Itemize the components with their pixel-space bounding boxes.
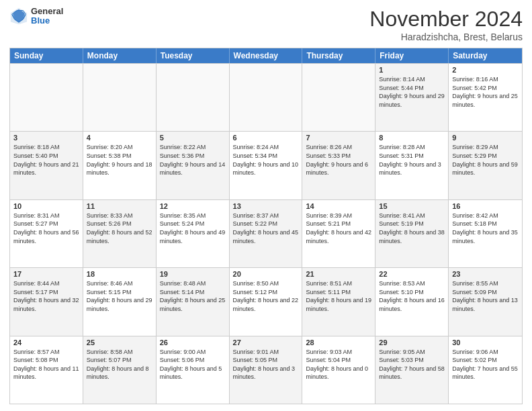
cal-cell-17: 17Sunrise: 8:44 AM Sunset: 5:17 PM Dayli… [10, 268, 83, 335]
day-info: Sunrise: 8:57 AM Sunset: 5:08 PM Dayligh… [13, 348, 79, 381]
logo: General Blue [9, 7, 63, 26]
day-info: Sunrise: 8:46 AM Sunset: 5:15 PM Dayligh… [87, 279, 152, 313]
day-number: 9 [452, 134, 519, 142]
day-number: 3 [13, 134, 79, 142]
day-info: Sunrise: 8:33 AM Sunset: 5:26 PM Dayligh… [87, 212, 152, 245]
day-number: 18 [87, 270, 152, 278]
day-number: 10 [13, 202, 79, 210]
cal-header-sunday: Sunday [10, 48, 83, 63]
cal-row-0: 1Sunrise: 8:14 AM Sunset: 5:44 PM Daylig… [10, 63, 522, 131]
day-number: 30 [452, 338, 519, 347]
day-number: 15 [379, 202, 445, 210]
day-number: 14 [306, 202, 371, 210]
cal-cell-26: 26Sunrise: 9:00 AM Sunset: 5:06 PM Dayli… [157, 336, 230, 404]
day-number: 25 [87, 338, 152, 347]
day-info: Sunrise: 9:01 AM Sunset: 5:05 PM Dayligh… [233, 348, 299, 381]
cal-row-2: 10Sunrise: 8:31 AM Sunset: 5:27 PM Dayli… [10, 199, 522, 267]
location-subtitle: Haradzishcha, Brest, Belarus [369, 32, 523, 42]
day-number: 7 [306, 134, 371, 142]
cal-cell-1: 1Sunrise: 8:14 AM Sunset: 5:44 PM Daylig… [375, 64, 449, 131]
day-info: Sunrise: 8:44 AM Sunset: 5:17 PM Dayligh… [13, 279, 79, 313]
day-info: Sunrise: 8:26 AM Sunset: 5:33 PM Dayligh… [306, 143, 371, 177]
day-number: 2 [452, 66, 519, 74]
cal-cell-23: 23Sunrise: 8:55 AM Sunset: 5:09 PM Dayli… [449, 268, 522, 335]
cal-cell-6: 6Sunrise: 8:24 AM Sunset: 5:34 PM Daylig… [230, 132, 303, 199]
day-number: 11 [87, 202, 152, 210]
logo-text: General Blue [31, 7, 63, 26]
month-title: November 2024 [369, 7, 523, 32]
day-number: 16 [452, 202, 519, 210]
day-info: Sunrise: 8:39 AM Sunset: 5:21 PM Dayligh… [306, 212, 371, 245]
cal-cell-28: 28Sunrise: 9:03 AM Sunset: 5:04 PM Dayli… [302, 336, 375, 404]
day-number: 23 [452, 270, 519, 278]
day-number: 6 [233, 134, 299, 142]
logo-blue: Blue [31, 16, 63, 26]
cal-cell-25: 25Sunrise: 8:58 AM Sunset: 5:07 PM Dayli… [83, 336, 157, 404]
day-info: Sunrise: 8:42 AM Sunset: 5:18 PM Dayligh… [452, 212, 519, 245]
day-info: Sunrise: 8:53 AM Sunset: 5:10 PM Dayligh… [379, 279, 445, 313]
calendar-body: 1Sunrise: 8:14 AM Sunset: 5:44 PM Daylig… [10, 63, 522, 404]
day-number: 19 [160, 270, 226, 278]
cal-header-friday: Friday [375, 48, 449, 63]
day-number: 24 [13, 338, 79, 347]
cal-cell-18: 18Sunrise: 8:46 AM Sunset: 5:15 PM Dayli… [83, 268, 157, 335]
day-info: Sunrise: 8:35 AM Sunset: 5:24 PM Dayligh… [160, 212, 226, 245]
logo-general: General [31, 7, 63, 16]
cal-cell-13: 13Sunrise: 8:37 AM Sunset: 5:22 PM Dayli… [230, 200, 303, 267]
cal-cell-15: 15Sunrise: 8:41 AM Sunset: 5:19 PM Dayli… [375, 200, 449, 267]
cal-header-thursday: Thursday [302, 48, 375, 63]
cal-cell-8: 8Sunrise: 8:28 AM Sunset: 5:31 PM Daylig… [375, 132, 449, 199]
cal-row-1: 3Sunrise: 8:18 AM Sunset: 5:40 PM Daylig… [10, 131, 522, 199]
cal-cell-9: 9Sunrise: 8:29 AM Sunset: 5:29 PM Daylig… [449, 132, 522, 199]
day-info: Sunrise: 8:22 AM Sunset: 5:36 PM Dayligh… [160, 143, 226, 177]
cal-cell-20: 20Sunrise: 8:50 AM Sunset: 5:12 PM Dayli… [230, 268, 303, 335]
cal-cell-7: 7Sunrise: 8:26 AM Sunset: 5:33 PM Daylig… [302, 132, 375, 199]
day-info: Sunrise: 8:24 AM Sunset: 5:34 PM Dayligh… [233, 143, 299, 177]
day-number: 12 [160, 202, 226, 210]
day-info: Sunrise: 8:50 AM Sunset: 5:12 PM Dayligh… [233, 279, 299, 313]
day-number: 1 [379, 66, 445, 74]
cal-cell-21: 21Sunrise: 8:51 AM Sunset: 5:11 PM Dayli… [302, 268, 375, 335]
day-number: 27 [233, 338, 299, 347]
cal-cell-12: 12Sunrise: 8:35 AM Sunset: 5:24 PM Dayli… [157, 200, 230, 267]
day-info: Sunrise: 9:00 AM Sunset: 5:06 PM Dayligh… [160, 348, 226, 381]
cal-cell-empty-0 [10, 64, 83, 131]
cal-cell-27: 27Sunrise: 9:01 AM Sunset: 5:05 PM Dayli… [230, 336, 303, 404]
cal-header-saturday: Saturday [449, 48, 522, 63]
cal-cell-10: 10Sunrise: 8:31 AM Sunset: 5:27 PM Dayli… [10, 200, 83, 267]
cal-cell-29: 29Sunrise: 9:05 AM Sunset: 5:03 PM Dayli… [375, 336, 449, 404]
cal-cell-5: 5Sunrise: 8:22 AM Sunset: 5:36 PM Daylig… [157, 132, 230, 199]
cal-cell-empty-3 [230, 64, 303, 131]
cal-cell-2: 2Sunrise: 8:16 AM Sunset: 5:42 PM Daylig… [449, 64, 522, 131]
cal-header-wednesday: Wednesday [230, 48, 303, 63]
cal-cell-3: 3Sunrise: 8:18 AM Sunset: 5:40 PM Daylig… [10, 132, 83, 199]
calendar-header: SundayMondayTuesdayWednesdayThursdayFrid… [10, 48, 522, 63]
cal-header-monday: Monday [83, 48, 157, 63]
day-info: Sunrise: 9:03 AM Sunset: 5:04 PM Dayligh… [306, 348, 371, 381]
day-info: Sunrise: 8:16 AM Sunset: 5:42 PM Dayligh… [452, 75, 519, 109]
cal-cell-19: 19Sunrise: 8:48 AM Sunset: 5:14 PM Dayli… [157, 268, 230, 335]
day-number: 17 [13, 270, 79, 278]
cal-cell-14: 14Sunrise: 8:39 AM Sunset: 5:21 PM Dayli… [302, 200, 375, 267]
day-info: Sunrise: 8:20 AM Sunset: 5:38 PM Dayligh… [87, 143, 152, 177]
day-info: Sunrise: 8:55 AM Sunset: 5:09 PM Dayligh… [452, 279, 519, 313]
page: General Blue November 2024 Haradzishcha,… [0, 0, 532, 411]
cal-row-4: 24Sunrise: 8:57 AM Sunset: 5:08 PM Dayli… [10, 336, 522, 404]
cal-cell-empty-1 [83, 64, 157, 131]
day-number: 26 [160, 338, 226, 347]
day-number: 21 [306, 270, 371, 278]
day-number: 13 [233, 202, 299, 210]
logo-icon [9, 7, 28, 26]
day-number: 28 [306, 338, 371, 347]
day-info: Sunrise: 8:14 AM Sunset: 5:44 PM Dayligh… [379, 75, 445, 109]
day-info: Sunrise: 8:48 AM Sunset: 5:14 PM Dayligh… [160, 279, 226, 313]
calendar: SundayMondayTuesdayWednesdayThursdayFrid… [9, 48, 523, 404]
day-number: 4 [87, 134, 152, 142]
cal-cell-empty-4 [302, 64, 375, 131]
day-number: 29 [379, 338, 445, 347]
cal-cell-24: 24Sunrise: 8:57 AM Sunset: 5:08 PM Dayli… [10, 336, 83, 404]
day-info: Sunrise: 8:51 AM Sunset: 5:11 PM Dayligh… [306, 279, 371, 313]
day-info: Sunrise: 8:29 AM Sunset: 5:29 PM Dayligh… [452, 143, 519, 177]
day-info: Sunrise: 8:37 AM Sunset: 5:22 PM Dayligh… [233, 212, 299, 245]
day-info: Sunrise: 9:06 AM Sunset: 5:02 PM Dayligh… [452, 348, 519, 381]
